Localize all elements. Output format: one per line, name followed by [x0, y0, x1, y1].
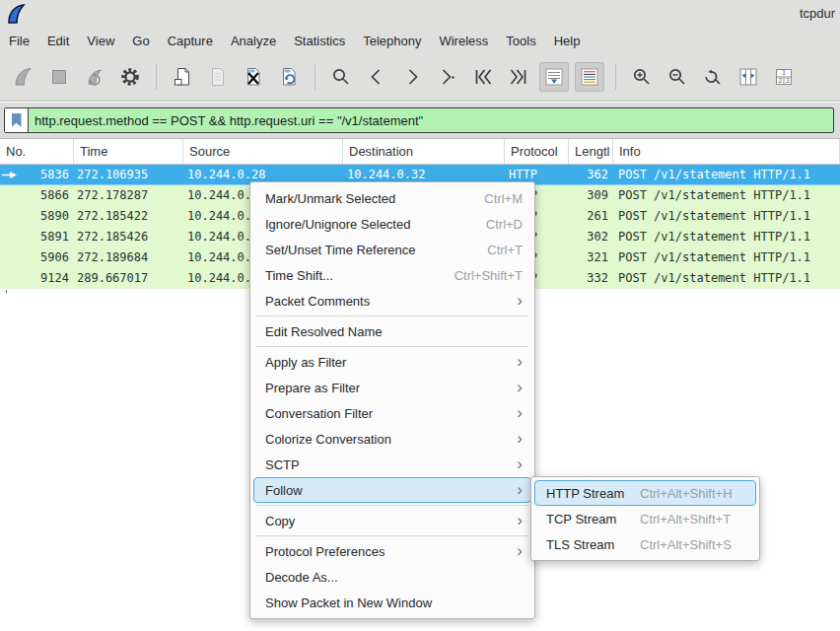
menu-view[interactable]: View — [78, 31, 123, 51]
filter-bar: http.request.method == POST && http.requ… — [0, 103, 840, 138]
capture-restart-icon — [84, 66, 105, 88]
auto-scroll-icon — [543, 66, 565, 88]
filter-expression: http.request.method == POST && http.requ… — [29, 113, 423, 128]
capture-options-gear-icon — [119, 66, 141, 88]
menu-separator — [256, 535, 528, 536]
layout-button[interactable]: 1 2 3 — [769, 62, 799, 92]
zoom-reset-button[interactable] — [698, 62, 728, 92]
context-menu-item-protocol-preferences[interactable]: Protocol Preferences › — [253, 538, 531, 564]
cell-info: POST /v1/statement HTTP/1.1 — [618, 206, 840, 227]
find-packet-button[interactable] — [326, 62, 356, 92]
context-menu-item-prepare-as-filter[interactable]: Prepare as Filter › — [253, 375, 531, 400]
submenu-item-tcp-stream[interactable]: TCP Stream Ctrl+Alt+Shift+T — [534, 506, 756, 531]
cell-info: POST /v1/statement HTTP/1.1 — [618, 268, 840, 289]
cell-time: 272.185422 — [77, 206, 183, 227]
capture-options-button[interactable] — [115, 62, 145, 92]
zoom-in-button[interactable] — [627, 62, 657, 92]
cell-time: 272.189684 — [77, 247, 183, 268]
zoom-out-button[interactable] — [663, 62, 692, 92]
layout-123-icon: 1 2 3 — [773, 66, 795, 88]
go-to-packet-icon — [437, 66, 458, 88]
cell-no: 5891 — [0, 227, 69, 247]
auto-scroll-toggle[interactable] — [539, 62, 569, 92]
context-menu-item-set-unset-time-reference[interactable]: Set/Unset Time Reference Ctrl+T — [253, 237, 531, 262]
menu-tools[interactable]: Tools — [497, 31, 544, 51]
cell-info: POST /v1/statement HTTP/1.1 — [618, 185, 840, 206]
resize-columns-button[interactable] — [734, 62, 763, 92]
file-save-icon — [207, 66, 229, 88]
context-menu-item-sctp[interactable]: SCTP › — [253, 452, 531, 477]
context-menu-item-colorize-conversation[interactable]: Colorize Conversation › — [253, 426, 531, 452]
cell-time: 272.178287 — [77, 185, 183, 206]
menu-help[interactable]: Help — [545, 31, 590, 51]
file-close-button[interactable] — [239, 62, 268, 92]
context-menu-item-decode-as[interactable]: Decode As... — [253, 564, 531, 590]
context-menu-item-packet-comments[interactable]: Packet Comments › — [253, 288, 531, 314]
column-header-time[interactable]: Time — [74, 139, 183, 164]
cell-length: 332 — [569, 268, 608, 289]
context-menu-item-conversation-filter[interactable]: Conversation Filter › — [253, 400, 531, 426]
column-header-source[interactable]: Source — [183, 139, 343, 164]
menu-item-label: Ignore/Unignore Selected — [265, 217, 410, 232]
context-menu-item-apply-as-filter[interactable]: Apply as Filter › — [253, 349, 531, 375]
context-menu-item-time-shift[interactable]: Time Shift... Ctrl+Shift+T — [253, 262, 531, 288]
context-menu-item-edit-resolved-name[interactable]: Edit Resolved Name — [253, 318, 531, 344]
column-header-length[interactable]: Lengtl — [569, 139, 613, 164]
context-menu-item-copy[interactable]: Copy › — [253, 508, 531, 533]
menu-go[interactable]: Go — [123, 31, 158, 51]
column-header-no[interactable]: No. — [0, 139, 74, 164]
capture-stop-icon — [48, 66, 70, 88]
menu-analyze[interactable]: Analyze — [222, 31, 285, 51]
cell-time: 272.106935 — [77, 165, 183, 185]
menu-statistics[interactable]: Statistics — [285, 31, 354, 51]
cell-length: 321 — [569, 247, 608, 268]
toolbar-separator — [615, 64, 616, 90]
menu-separator — [256, 505, 528, 506]
menu-edit[interactable]: Edit — [38, 31, 78, 51]
context-menu-item-mark-unmark-selected[interactable]: Mark/Unmark Selected Ctrl+M — [253, 185, 531, 211]
cell-no: 5906 — [0, 247, 69, 268]
capture-stop-button[interactable] — [44, 62, 74, 92]
context-menu-item-ignore-unignore-selected[interactable]: Ignore/Unignore Selected Ctrl+D — [253, 211, 531, 237]
capture-restart-button[interactable] — [80, 62, 109, 92]
file-reload-button[interactable] — [274, 62, 304, 92]
submenu-arrow-icon: › — [517, 429, 523, 449]
go-back-button[interactable] — [362, 62, 391, 92]
zoom-in-icon — [631, 66, 653, 88]
file-open-button[interactable] — [168, 62, 197, 92]
display-filter-input[interactable]: http.request.method == POST && http.requ… — [4, 107, 834, 133]
menu-wireless[interactable]: Wireless — [430, 31, 497, 51]
go-first-packet-button[interactable] — [468, 62, 498, 92]
menu-item-label: Packet Comments — [265, 294, 370, 309]
column-header-info[interactable]: Info — [613, 139, 840, 164]
menu-item-label: Copy — [265, 514, 295, 528]
menu-item-shortcut: Ctrl+Alt+Shift+S — [640, 537, 732, 552]
menu-item-label: Set/Unset Time Reference — [265, 243, 415, 257]
capture-start-button[interactable] — [9, 62, 38, 92]
column-header-protocol[interactable]: Protocol — [505, 139, 569, 164]
menu-item-label: Mark/Unmark Selected — [265, 191, 395, 206]
menu-item-label: SCTP — [265, 457, 300, 472]
submenu-arrow-icon: › — [517, 511, 523, 530]
capture-start-icon — [13, 66, 35, 88]
file-save-button[interactable] — [203, 62, 233, 92]
last-packet-icon — [508, 66, 529, 88]
menu-separator — [256, 346, 528, 347]
menu-capture[interactable]: Capture — [159, 31, 222, 51]
context-menu-item-follow[interactable]: Follow › — [253, 477, 531, 503]
go-last-packet-button[interactable] — [504, 62, 533, 92]
menu-telephony[interactable]: Telephony — [354, 31, 430, 51]
colorize-toggle[interactable] — [575, 62, 604, 92]
submenu-item-http-stream[interactable]: HTTP Stream Ctrl+Alt+Shift+H — [534, 480, 756, 506]
column-header-destination[interactable]: Destination — [343, 139, 505, 164]
menu-item-shortcut: Ctrl+Shift+T — [455, 268, 523, 283]
go-forward-button[interactable] — [397, 62, 427, 92]
filter-bookmark-button[interactable] — [5, 108, 29, 132]
go-to-packet-button[interactable] — [433, 62, 462, 92]
file-open-icon — [172, 66, 193, 88]
menu-file[interactable]: File — [0, 31, 38, 51]
submenu-item-tls-stream[interactable]: TLS Stream Ctrl+Alt+Shift+S — [534, 531, 756, 557]
cell-no: 5890 — [0, 206, 69, 227]
context-menu-item-show-packet-in-new-window[interactable]: Show Packet in New Window — [253, 590, 531, 615]
submenu-arrow-icon: › — [517, 480, 523, 500]
